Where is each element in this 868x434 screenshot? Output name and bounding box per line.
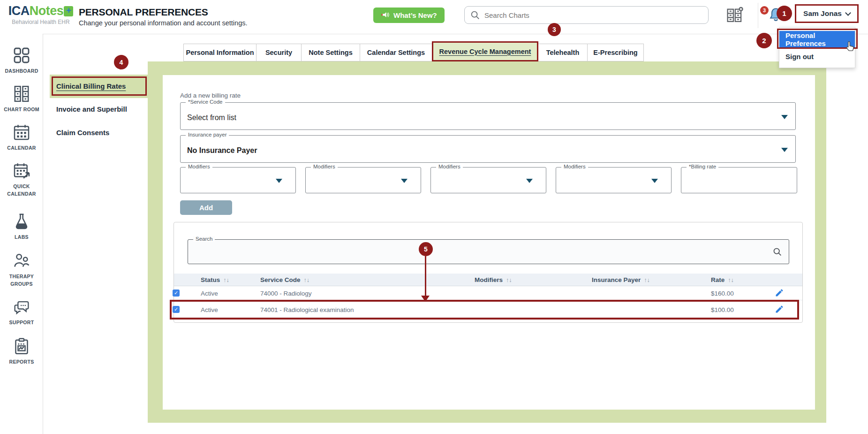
sort-icon[interactable]: ↑↓ [506,277,512,283]
whats-new-button[interactable]: What’s New? [373,8,445,23]
cell-rate: $160.00 [711,290,734,297]
annotation-arrow-line [425,256,426,296]
insurance-payer-label: Insurance payer [186,132,229,137]
user-menu-trigger[interactable]: Sam Jonas [795,4,859,23]
annotation-step-4: 4 [114,55,128,69]
sort-icon[interactable]: ↑↓ [304,277,310,283]
header-divider [758,3,758,28]
annotation-step-2: 2 [756,33,772,48]
icanotes-app: ICANotes Behavioral Health EHR PERSONAL … [0,0,868,434]
annotation-step-5: 5 [419,242,433,256]
tab-e-prescribing[interactable]: E-Prescribing [587,44,644,61]
submenu-item-invoice-and-superbill[interactable]: Invoice and Superbill [56,105,127,113]
tab-telehealth[interactable]: Telehealth [538,44,588,61]
sort-icon[interactable]: ↑↓ [644,277,650,283]
support-icon [12,297,31,316]
icanotes-logo[interactable]: ICANotes Behavioral Health EHR [6,4,76,25]
table-search-icon[interactable] [772,247,782,259]
cell-status: Active [201,306,218,313]
sidebar-item-dashboard[interactable]: DASHBOARD [0,46,43,75]
dashboard-icon [12,46,31,65]
whats-new-label: What’s New? [393,11,437,19]
column-header-status[interactable]: Status↑↓ [201,276,229,283]
quick-calendar-icon [12,161,31,180]
modifier-select-3[interactable]: Modifiers [430,167,546,193]
main-sidebar: DASHBOARD CHART ROOM CALENDAR QUICK CALE… [0,34,43,434]
search-charts [464,6,709,24]
sidebar-item-therapy-groups[interactable]: THERAPY GROUPS [0,251,43,288]
column-header-insurance-payer[interactable]: Insurance Payer↑↓ [592,276,650,283]
service-code-label: *Service Code [186,99,225,105]
cell-status: Active [201,290,218,297]
annotation-step-3: 3 [548,23,561,36]
column-header-rate[interactable]: Rate↑↓ [711,276,734,283]
sidebar-item-calendar[interactable]: CALENDAR [0,123,43,152]
billing-rate-input[interactable]: *Billing rate [681,167,797,193]
modifier-label: Modifiers [436,164,463,169]
sidebar-item-support[interactable]: SUPPORT [0,297,43,326]
user-name: Sam Jonas [803,9,842,18]
hand-cursor-icon [844,40,856,55]
service-code-value: Select from list [187,113,236,122]
tab-personal-information[interactable]: Personal Information [183,44,257,61]
column-header-modifiers[interactable]: Modifiers↑↓ [475,276,512,283]
modifier-select-2[interactable]: Modifiers [305,167,421,193]
chart-room-icon [12,84,31,103]
labs-icon [12,212,31,231]
sidebar-item-reports[interactable]: REPORTS [0,337,43,365]
sidebar-item-labs[interactable]: LABS [0,212,43,241]
page-subtitle: Change your personal information and acc… [79,19,248,27]
sidebar-item-chart-room[interactable]: CHART ROOM [0,84,43,113]
tab-note-settings[interactable]: Note Settings [301,44,360,61]
row-checkbox[interactable]: ✓ [173,306,180,313]
search-charts-input[interactable] [464,6,709,24]
dropdown-arrow-icon [276,179,282,183]
row-checkbox[interactable]: ✓ [173,289,180,297]
page-title: PERSONAL PREFERENCES [79,7,208,18]
modifier-select-1[interactable]: Modifiers [180,167,296,193]
therapy-groups-icon [12,251,31,270]
tab-revenue-cycle-management[interactable]: Revenue Cycle Management [432,41,538,61]
annotation-step-1: 1 [777,6,792,21]
add-chart-cabinet-icon[interactable] [725,6,744,25]
megaphone-icon [381,10,390,21]
sidebar-item-quick-calendar[interactable]: QUICK CALENDAR [0,161,43,198]
reports-icon [12,337,31,356]
dropdown-arrow-icon [651,179,658,183]
add-billing-rate-section-label: Add a new billing rate [180,92,241,99]
service-code-select[interactable]: *Service Code Select from list [180,102,796,130]
logo-notes: Notes [30,4,64,18]
billing-rate-label: *Billing rate [687,164,718,169]
annotation-arrow-head [421,296,430,302]
search-icon [470,10,480,22]
insurance-payer-select[interactable]: Insurance payer No Insurance Payer [180,135,796,163]
sort-icon[interactable]: ↑↓ [728,277,734,283]
modifier-label: Modifiers [311,164,338,169]
cell-service-code: 74001 - Radiological examination [260,306,354,313]
column-header-service-code[interactable]: Service Code↑↓ [260,276,309,283]
logo-ica: ICA [8,4,30,18]
logo-wordmark: ICANotes [6,4,76,18]
insurance-payer-value: No Insurance Payer [187,146,257,154]
submenu-item-clinical-billing-rates[interactable]: Clinical Billing Rates [56,82,126,90]
modifier-select-4[interactable]: Modifiers [556,167,672,193]
calendar-icon [12,123,31,142]
dropdown-arrow-icon [526,179,533,183]
submenu-item-claim-consents[interactable]: Claim Consents [56,129,109,137]
sort-icon[interactable]: ↑↓ [223,277,229,283]
table-search-label: Search [193,236,215,242]
tab-calendar-settings[interactable]: Calendar Settings [360,44,432,61]
dropdown-arrow-icon [781,148,788,152]
edit-pencil-icon[interactable] [775,288,784,299]
table-search-input[interactable] [194,244,766,260]
edit-pencil-icon[interactable] [775,305,784,316]
notification-count-badge: 3 [760,6,769,15]
dropdown-arrow-icon [781,115,788,119]
row-divider [174,300,802,300]
logo-plus-document-icon [64,6,73,16]
add-button[interactable]: Add [180,200,232,215]
modifier-label: Modifiers [561,164,588,169]
tab-security[interactable]: Security [256,44,302,61]
logo-tagline: Behavioral Health EHR [6,19,76,25]
cell-service-code: 74000 - Radiology [260,290,312,297]
